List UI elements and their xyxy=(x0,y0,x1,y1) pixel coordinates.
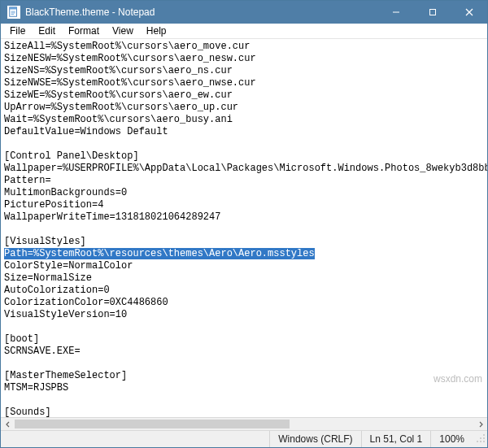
minimize-button[interactable] xyxy=(377,1,414,24)
scroll-left-arrow[interactable] xyxy=(1,418,15,430)
menu-format[interactable]: Format xyxy=(63,24,105,38)
svg-point-11 xyxy=(480,441,481,442)
scroll-right-arrow[interactable] xyxy=(473,418,487,430)
text-before-selection[interactable]: SizeAll=%SystemRoot%\cursors\aero_move.c… xyxy=(4,41,487,247)
status-zoom: 100% xyxy=(430,431,473,447)
window-title: BlackTheme.theme - Notepad xyxy=(25,7,155,18)
statusbar: Windows (CRLF) Ln 51, Col 1 100% xyxy=(1,430,487,447)
scroll-thumb[interactable] xyxy=(15,420,290,428)
svg-rect-6 xyxy=(429,9,435,15)
menu-view[interactable]: View xyxy=(107,24,139,38)
status-position: Ln 51, Col 1 xyxy=(361,431,431,447)
menu-help[interactable]: Help xyxy=(141,24,172,38)
svg-point-14 xyxy=(477,441,478,442)
svg-point-12 xyxy=(483,434,485,436)
selected-text[interactable]: Path=%SystemRoot%\resources\themes\Aero\… xyxy=(4,248,315,259)
status-line-ending: Windows (CRLF) xyxy=(269,431,360,447)
notepad-icon xyxy=(7,6,20,19)
text-after-selection[interactable]: ColorStyle=NormalColor Size=NormalSize A… xyxy=(4,260,168,418)
menu-edit[interactable]: Edit xyxy=(33,24,61,38)
close-button[interactable] xyxy=(451,1,487,24)
svg-rect-1 xyxy=(10,7,17,10)
editor-content[interactable]: SizeAll=%SystemRoot%\cursors\aero_move.c… xyxy=(1,39,487,418)
text-editor[interactable]: SizeAll=%SystemRoot%\cursors\aero_move.c… xyxy=(1,39,487,418)
menubar: File Edit Format View Help xyxy=(1,24,487,39)
notepad-window: BlackTheme.theme - Notepad File Edit For… xyxy=(0,0,488,448)
svg-point-10 xyxy=(483,437,485,439)
svg-point-13 xyxy=(480,437,481,439)
menu-file[interactable]: File xyxy=(4,24,31,38)
window-controls xyxy=(377,1,487,24)
svg-point-9 xyxy=(483,441,485,442)
scroll-track[interactable] xyxy=(15,418,473,430)
resize-grip-icon[interactable] xyxy=(473,433,487,445)
horizontal-scrollbar[interactable] xyxy=(1,417,487,430)
titlebar[interactable]: BlackTheme.theme - Notepad xyxy=(1,1,487,24)
maximize-button[interactable] xyxy=(414,1,451,24)
